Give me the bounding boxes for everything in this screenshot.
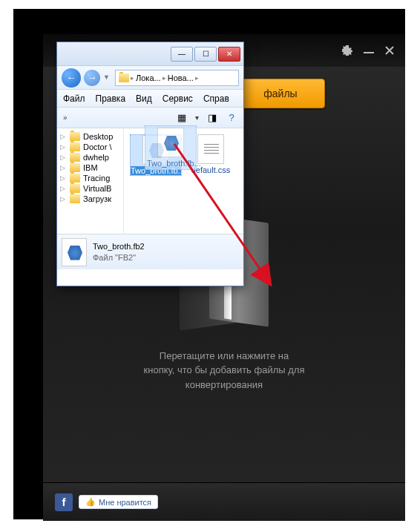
menu-help[interactable]: Справ — [203, 93, 229, 104]
explorer-nav-bar: ← → ▼ ▸ Лока... ▸ Нова... ▸ — [57, 66, 243, 90]
thumbs-up-icon: 👍 — [85, 497, 96, 507]
tree-item[interactable]: ▷Doctor \ — [57, 142, 123, 152]
tree-item[interactable]: ▷IBM — [57, 162, 123, 173]
folder-tree[interactable]: ▷Desktop▷Doctor \▷dwhelp▷IBM▷Tracing▷Vir… — [57, 128, 124, 234]
folder-icon — [70, 142, 80, 151]
window-maximize-button[interactable]: ☐ — [194, 47, 217, 62]
fb2-file-icon — [62, 238, 87, 266]
expand-icon[interactable]: ▷ — [60, 195, 67, 203]
expand-icon[interactable]: ▷ — [60, 154, 67, 161]
preview-pane-icon[interactable]: ◨ — [206, 112, 218, 124]
folder-icon — [70, 174, 80, 183]
tree-label: Desktop — [83, 132, 113, 141]
like-label: Мне нравится — [99, 498, 151, 507]
menu-edit[interactable]: Правка — [96, 93, 126, 104]
settings-gear-icon[interactable] — [341, 45, 353, 56]
folder-icon — [70, 194, 80, 203]
tree-label: Doctor \ — [83, 142, 112, 151]
add-files-button[interactable]: файлы — [236, 79, 325, 108]
tree-label: Tracing — [83, 174, 110, 183]
expand-icon[interactable]: ▷ — [60, 164, 67, 171]
details-pane: Two_broth.fb2 Файл "FB2" — [57, 234, 243, 269]
app-close-icon[interactable] — [384, 45, 395, 56]
css-file-icon — [197, 134, 224, 164]
menu-view[interactable]: Вид — [136, 93, 152, 104]
nav-forward-button[interactable]: → — [84, 70, 100, 86]
drop-instructions: Перетащите или нажмите на кнопку, что бы… — [144, 349, 305, 393]
tree-item[interactable]: ▷VirtualB — [57, 183, 123, 194]
detail-filename: Two_broth.fb2 — [93, 241, 145, 252]
drag-ghost: Two_broth.fb... — [145, 125, 197, 170]
breadcrumb[interactable]: ▸ Лока... ▸ Нова... ▸ — [115, 70, 239, 86]
tree-label: Загрузк — [83, 194, 111, 203]
folder-icon — [70, 132, 80, 141]
menu-service[interactable]: Сервис — [162, 93, 193, 104]
menu-file[interactable]: Файл — [63, 93, 85, 104]
expand-icon[interactable]: ▷ — [60, 174, 67, 182]
drag-ghost-label: Two_broth.fb... — [147, 159, 194, 168]
app-minimize-icon[interactable] — [364, 52, 374, 53]
view-dropdown-icon[interactable]: ▾ — [195, 114, 199, 122]
folder-icon — [70, 184, 80, 193]
folder-icon — [70, 153, 80, 162]
expand-icon[interactable]: ▷ — [60, 143, 67, 151]
help-icon[interactable]: ? — [226, 112, 237, 124]
breadcrumb-part[interactable]: Нова... — [168, 73, 194, 82]
tree-item[interactable]: ▷Загрузк — [57, 194, 123, 204]
fb2-file-icon — [157, 128, 184, 157]
expand-icon[interactable]: ▷ — [60, 185, 67, 192]
nav-back-button[interactable]: ← — [62, 68, 81, 88]
explorer-titlebar: — ☐ ✕ — [57, 42, 243, 66]
nav-history-dropdown-icon[interactable]: ▼ — [103, 73, 112, 82]
screenshot-canvas: файлы Перетащите или нажмите на кнопку, … — [13, 9, 405, 519]
tree-item[interactable]: ▷dwhelp — [57, 152, 123, 162]
tree-item[interactable]: ▷Desktop — [57, 131, 123, 142]
like-button[interactable]: 👍 Мне нравится — [79, 495, 158, 509]
add-files-label: файлы — [263, 88, 297, 99]
window-close-button[interactable]: ✕ — [218, 47, 240, 62]
detail-filetype: Файл "FB2" — [93, 252, 145, 263]
explorer-menu-bar: Файл Правка Вид Сервис Справ — [57, 90, 243, 108]
tree-label: VirtualB — [83, 184, 111, 193]
view-mode-icon[interactable]: ▦ — [176, 112, 188, 124]
folder-icon — [70, 163, 80, 172]
facebook-icon[interactable]: f — [55, 493, 73, 511]
tree-label: dwhelp — [83, 153, 109, 162]
folder-icon — [119, 73, 129, 82]
tree-item[interactable]: ▷Tracing — [57, 173, 123, 183]
toolbar-overflow-icon[interactable]: » — [63, 114, 68, 122]
breadcrumb-part[interactable]: Лока... — [136, 73, 161, 82]
expand-icon[interactable]: ▷ — [60, 133, 67, 140]
tree-label: IBM — [83, 163, 98, 172]
window-minimize-button[interactable]: — — [171, 47, 193, 62]
app-footer: f 👍 Мне нравится — [43, 482, 405, 521]
